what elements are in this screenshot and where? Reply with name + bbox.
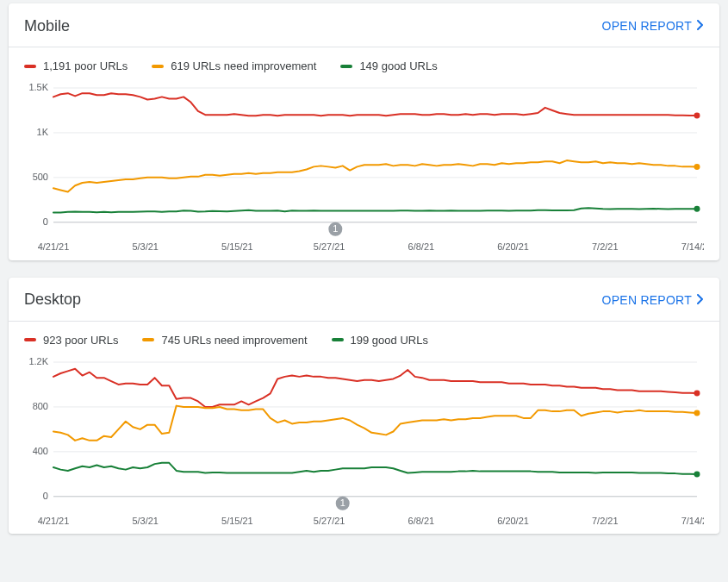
legend-swatch-needs xyxy=(142,338,154,341)
svg-point-37 xyxy=(694,390,700,396)
svg-text:6/8/21: 6/8/21 xyxy=(408,515,434,525)
legend-swatch-needs xyxy=(152,65,164,68)
svg-text:500: 500 xyxy=(33,172,48,182)
desktop-title: Desktop xyxy=(24,291,81,309)
legend-label: 923 poor URLs xyxy=(43,334,118,347)
desktop-card-header: Desktop OPEN REPORT xyxy=(9,278,719,321)
svg-point-38 xyxy=(694,410,700,416)
svg-text:5/3/21: 5/3/21 xyxy=(132,241,159,252)
legend-label: 745 URLs need improvement xyxy=(161,334,307,347)
legend-item-needs: 745 URLs need improvement xyxy=(142,334,307,347)
svg-text:1.5K: 1.5K xyxy=(28,83,48,92)
svg-text:7/14/21: 7/14/21 xyxy=(681,241,704,252)
svg-text:1: 1 xyxy=(340,498,345,508)
svg-text:0: 0 xyxy=(43,490,48,500)
svg-text:5/15/21: 5/15/21 xyxy=(221,241,253,252)
desktop-card: Desktop OPEN REPORT 923 poor URLs 745 UR… xyxy=(9,278,719,535)
chevron-right-icon xyxy=(697,19,704,33)
legend-swatch-good xyxy=(340,65,352,68)
svg-text:1: 1 xyxy=(333,223,338,234)
open-report-label: OPEN REPORT xyxy=(602,293,692,307)
svg-text:7/2/21: 7/2/21 xyxy=(592,515,619,525)
legend-label: 199 good URLs xyxy=(351,334,428,347)
svg-text:5/27/21: 5/27/21 xyxy=(314,515,345,525)
legend-swatch-good xyxy=(332,338,344,341)
svg-point-39 xyxy=(694,471,700,477)
svg-text:5/27/21: 5/27/21 xyxy=(314,241,345,252)
svg-text:7/14/21: 7/14/21 xyxy=(681,515,704,525)
open-report-label: OPEN REPORT xyxy=(602,19,692,33)
legend-label: 619 URLs need improvement xyxy=(171,59,316,72)
legend-item-poor: 1,191 poor URLs xyxy=(24,59,128,72)
svg-text:4/21/21: 4/21/21 xyxy=(38,515,70,525)
mobile-card-header: Mobile OPEN REPORT xyxy=(9,3,719,47)
chart-svg: 04008001.2K4/21/215/3/215/15/215/27/216/… xyxy=(24,357,704,529)
mobile-chart: 05001K1.5K4/21/215/3/215/15/215/27/216/8… xyxy=(9,83,719,260)
legend-swatch-poor xyxy=(24,65,36,68)
svg-point-18 xyxy=(694,206,700,212)
desktop-chart: 04008001.2K4/21/215/3/215/15/215/27/216/… xyxy=(9,357,719,535)
svg-point-16 xyxy=(694,113,700,119)
open-report-button-desktop[interactable]: OPEN REPORT xyxy=(595,290,711,310)
chart-svg: 05001K1.5K4/21/215/3/215/15/215/27/216/8… xyxy=(24,83,704,255)
svg-text:5/15/21: 5/15/21 xyxy=(221,515,253,525)
legend-item-good: 149 good URLs xyxy=(340,59,437,72)
svg-text:6/8/21: 6/8/21 xyxy=(408,241,434,252)
svg-text:4/21/21: 4/21/21 xyxy=(38,241,70,252)
svg-text:6/20/21: 6/20/21 xyxy=(497,241,529,252)
mobile-legend: 1,191 poor URLs 619 URLs need improvemen… xyxy=(9,47,719,83)
svg-text:6/20/21: 6/20/21 xyxy=(497,515,529,525)
svg-text:1K: 1K xyxy=(37,127,49,137)
legend-label: 1,191 poor URLs xyxy=(43,59,128,72)
legend-label: 149 good URLs xyxy=(359,59,437,72)
svg-text:1.2K: 1.2K xyxy=(28,357,48,366)
legend-swatch-poor xyxy=(24,338,36,341)
svg-text:800: 800 xyxy=(33,401,48,411)
mobile-card: Mobile OPEN REPORT 1,191 poor URLs 619 U… xyxy=(9,3,719,260)
svg-text:7/2/21: 7/2/21 xyxy=(592,241,619,252)
legend-item-good: 199 good URLs xyxy=(332,334,428,347)
svg-point-17 xyxy=(694,164,700,170)
svg-text:0: 0 xyxy=(43,216,48,227)
open-report-button-mobile[interactable]: OPEN REPORT xyxy=(595,16,711,36)
svg-text:400: 400 xyxy=(33,445,48,455)
chevron-right-icon xyxy=(697,293,704,307)
mobile-title: Mobile xyxy=(24,17,70,35)
legend-item-needs: 619 URLs need improvement xyxy=(152,59,316,72)
svg-text:5/3/21: 5/3/21 xyxy=(132,515,159,525)
desktop-legend: 923 poor URLs 745 URLs need improvement … xyxy=(9,322,719,357)
legend-item-poor: 923 poor URLs xyxy=(24,334,118,347)
